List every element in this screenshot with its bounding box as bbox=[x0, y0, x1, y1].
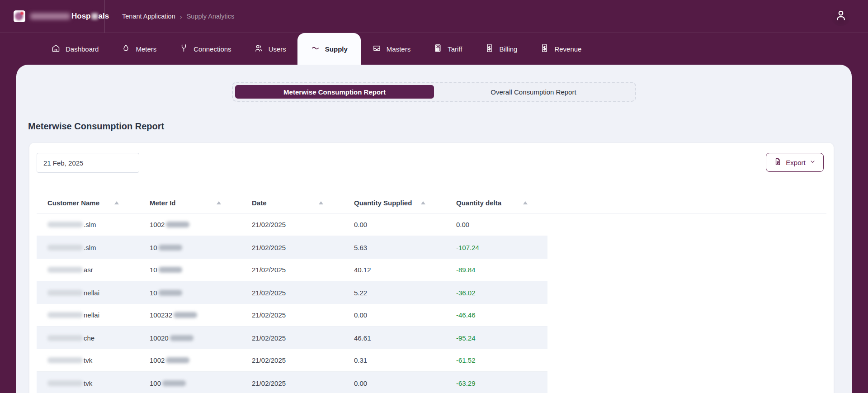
breadcrumb-separator: › bbox=[180, 13, 182, 20]
quantity-supplied-cell: 0.00 bbox=[343, 221, 445, 228]
report-toolbar: Export bbox=[37, 153, 826, 173]
table-row: nellai10023221/02/20250.00-46.46 bbox=[37, 304, 547, 327]
customer-name-suffix: nellai bbox=[84, 311, 99, 319]
nav-tab-label: Users bbox=[269, 45, 286, 53]
meter-id-cell: 1002 bbox=[139, 221, 241, 228]
sort-icon bbox=[114, 201, 119, 204]
nav-tab-label: Connections bbox=[193, 45, 231, 53]
nav-tab-billing[interactable]: Billing bbox=[473, 33, 528, 65]
users-icon bbox=[254, 43, 264, 54]
brand-name: Hospals bbox=[30, 12, 109, 21]
customer-name-cell: asr bbox=[37, 266, 139, 274]
breadcrumb-parent[interactable]: Tenant Application bbox=[122, 13, 175, 20]
meter-id-prefix: 10 bbox=[150, 244, 157, 251]
nav-tab-masters[interactable]: Masters bbox=[361, 33, 422, 65]
nav-tab-revenue[interactable]: Revenue bbox=[528, 33, 593, 65]
sort-icon bbox=[319, 201, 323, 204]
quantity-supplied-cell: 46.61 bbox=[343, 334, 445, 342]
customer-name-cell: tvk bbox=[37, 356, 139, 364]
receipt-dollar-icon bbox=[485, 43, 494, 54]
column-label: Date bbox=[252, 199, 267, 207]
meter-id-prefix: 10 bbox=[150, 289, 157, 297]
redacted-customer-name bbox=[47, 222, 83, 227]
date-cell: 21/02/2025 bbox=[241, 244, 343, 251]
customer-name-cell: tvk bbox=[37, 379, 139, 387]
redacted-meter-id bbox=[166, 357, 189, 363]
quantity-delta-cell: -61.52 bbox=[445, 356, 547, 364]
quantity-supplied-cell: 0.31 bbox=[343, 356, 445, 364]
customer-name-cell: nellai bbox=[37, 311, 139, 319]
meter-id-cell: 10 bbox=[139, 266, 241, 274]
table-row: nellai1021/02/20255.22-36.02 bbox=[37, 281, 547, 304]
nav-tab-supply[interactable]: Supply bbox=[297, 33, 361, 65]
toggle-meterwise-report[interactable]: Meterwise Consumption Report bbox=[235, 85, 434, 99]
meter-id-cell: 10 bbox=[139, 289, 241, 297]
content-panel: Meterwise Consumption Report Overall Con… bbox=[16, 65, 852, 393]
nav-tab-users[interactable]: Users bbox=[243, 33, 297, 65]
home-icon bbox=[51, 43, 61, 54]
main-navigation: Dashboard Meters Connections Users Suppl… bbox=[0, 33, 868, 65]
quantity-supplied-cell: 40.12 bbox=[343, 266, 445, 274]
quantity-delta-cell: -36.02 bbox=[445, 289, 547, 297]
table-row: che1002021/02/202546.61-95.24 bbox=[37, 327, 547, 349]
report-type-toggle: Meterwise Consumption Report Overall Con… bbox=[232, 82, 636, 102]
meter-id-prefix: 10 bbox=[150, 266, 157, 274]
redacted-customer-name bbox=[47, 245, 83, 251]
sort-icon bbox=[421, 201, 425, 204]
redacted-customer-name bbox=[47, 357, 83, 363]
redacted-customer-name bbox=[47, 267, 83, 273]
date-input[interactable] bbox=[37, 153, 139, 173]
wave-icon bbox=[311, 43, 320, 54]
redacted-customer-name bbox=[47, 335, 83, 341]
column-header-customer-name[interactable]: Customer Name bbox=[37, 199, 139, 207]
nav-tab-label: Revenue bbox=[554, 45, 581, 53]
nav-tab-label: Supply bbox=[325, 45, 348, 53]
quantity-delta-cell: -89.84 bbox=[445, 266, 547, 274]
nav-tab-connections[interactable]: Connections bbox=[168, 33, 242, 65]
document-icon bbox=[774, 157, 782, 167]
quantity-delta-cell: -95.24 bbox=[445, 334, 547, 342]
customer-name-cell: nellai bbox=[37, 289, 139, 297]
toggle-overall-report[interactable]: Overall Consumption Report bbox=[434, 85, 633, 99]
page-title: Meterwise Consumption Report bbox=[28, 121, 852, 132]
column-header-quantity-delta[interactable]: Quantity delta bbox=[445, 199, 547, 207]
user-icon bbox=[834, 9, 848, 24]
meter-id-prefix: 1002 bbox=[150, 221, 165, 228]
consumption-table: Customer Name Meter Id Date Quantity Sup… bbox=[37, 192, 826, 393]
calculator-icon bbox=[433, 43, 443, 54]
column-header-meter-id[interactable]: Meter Id bbox=[139, 199, 241, 207]
profile-button[interactable] bbox=[831, 6, 851, 26]
column-header-quantity-supplied[interactable]: Quantity Supplied bbox=[343, 199, 445, 207]
redacted-meter-id bbox=[159, 290, 182, 296]
nav-tab-meters[interactable]: Meters bbox=[110, 33, 168, 65]
nav-tab-label: Tariff bbox=[448, 45, 462, 53]
quantity-supplied-cell: 0.00 bbox=[343, 379, 445, 387]
quantity-supplied-cell: 0.00 bbox=[343, 311, 445, 319]
nav-tab-dashboard[interactable]: Dashboard bbox=[40, 33, 110, 65]
breadcrumb-current: Supply Analytics bbox=[187, 13, 235, 20]
redacted-meter-id bbox=[166, 222, 189, 227]
customer-name-suffix: .slm bbox=[84, 244, 96, 251]
quantity-delta-cell: -63.29 bbox=[445, 379, 547, 387]
meter-id-prefix: 100232 bbox=[150, 311, 172, 319]
column-label: Meter Id bbox=[150, 199, 176, 207]
meter-id-cell: 10 bbox=[139, 244, 241, 251]
nav-tab-tariff[interactable]: Tariff bbox=[422, 33, 473, 65]
brand-logo bbox=[14, 10, 25, 22]
column-header-date[interactable]: Date bbox=[241, 199, 343, 207]
table-row: tvk10021/02/20250.00-63.29 bbox=[37, 372, 547, 393]
date-cell: 21/02/2025 bbox=[241, 334, 343, 342]
quantity-supplied-cell: 5.63 bbox=[343, 244, 445, 251]
nav-tab-label: Masters bbox=[387, 45, 410, 53]
customer-name-suffix: tvk bbox=[84, 379, 92, 387]
redacted-meter-id bbox=[159, 267, 182, 273]
table-header-row: Customer Name Meter Id Date Quantity Sup… bbox=[37, 192, 826, 213]
customer-name-suffix: asr bbox=[84, 266, 93, 274]
customer-name-suffix: tvk bbox=[84, 356, 92, 364]
table-row: .slm100221/02/20250.000.00 bbox=[37, 213, 547, 236]
redacted-meter-id bbox=[162, 380, 186, 386]
brand-name-part1: Hosp bbox=[71, 12, 91, 21]
date-cell: 21/02/2025 bbox=[241, 311, 343, 319]
export-button[interactable]: Export bbox=[766, 153, 824, 172]
quantity-delta-cell: -107.24 bbox=[445, 244, 547, 251]
